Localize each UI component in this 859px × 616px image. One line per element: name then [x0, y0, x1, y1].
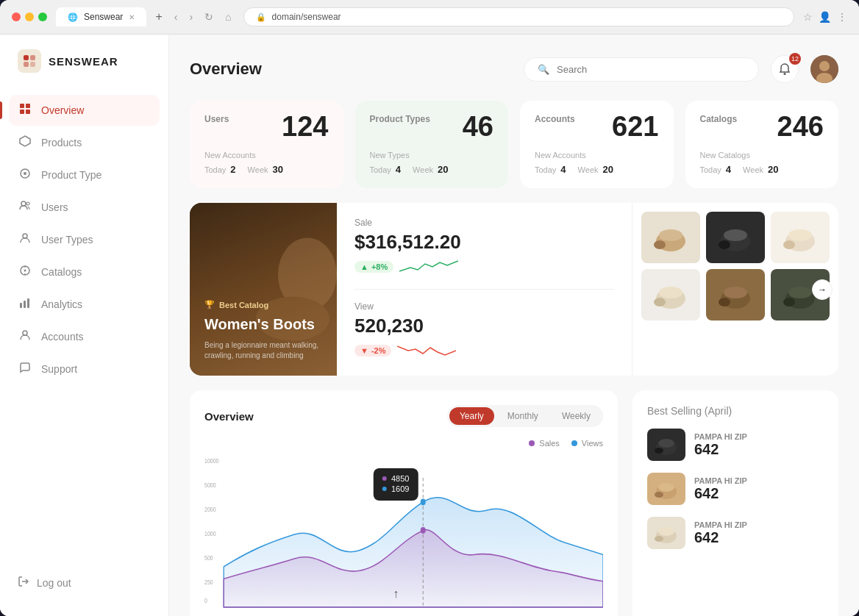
user-types-icon — [18, 232, 32, 247]
svg-text:2000: 2000 — [204, 506, 216, 513]
products-next-btn[interactable]: → — [812, 279, 833, 300]
url-text: domain/senswear — [272, 12, 341, 22]
product-name-3: PAMPA HI ZIP — [694, 520, 824, 529]
logo-icon — [18, 49, 41, 73]
svg-point-10 — [24, 172, 26, 175]
logout-btn[interactable]: Log out — [0, 564, 168, 601]
address-bar[interactable]: 🔒 domain/senswear — [243, 7, 794, 26]
legend-dot-sales — [529, 440, 535, 446]
sidebar: SENSWEAR Overview Products — [0, 35, 169, 616]
stat-card-accounts: Accounts 621 New Accounts Today 4 Week 2… — [520, 101, 674, 188]
catalog-desc: Being a legionnaire meant walking, crawl… — [204, 340, 322, 361]
back-btn[interactable]: ‹ — [171, 8, 181, 26]
user-avatar[interactable] — [810, 55, 838, 83]
sidebar-item-support[interactable]: Support — [9, 354, 160, 384]
tab-close-btn[interactable]: ✕ — [129, 13, 135, 21]
stat-today-users: Today 2 — [204, 164, 236, 175]
home-btn[interactable]: ⌂ — [222, 8, 234, 26]
svg-point-23 — [784, 73, 786, 75]
product-thumb-2[interactable] — [647, 473, 685, 505]
product-thumb-1[interactable] — [647, 429, 685, 461]
best-selling-title: Best Selling (April) — [647, 405, 824, 417]
stat-sub-catalogs: New Catalogs Today 4 Week 20 — [700, 151, 824, 175]
view-trend: ▼ -2% — [354, 340, 614, 361]
svg-point-46 — [788, 287, 812, 298]
svg-text:250: 250 — [204, 579, 213, 586]
chart-cursor: ↑ — [393, 587, 399, 601]
sale-trend-badge: ▲ +8% — [354, 261, 393, 273]
browser-nav: ‹ › ↻ ⌂ — [171, 8, 235, 26]
svg-point-16 — [24, 266, 26, 268]
lock-icon: 🔒 — [256, 12, 266, 22]
browser-chrome: 🌐 Senswear ✕ + ‹ › ↻ ⌂ 🔒 domain/senswear… — [0, 0, 859, 35]
product-img-5[interactable] — [706, 269, 765, 320]
svg-point-39 — [654, 298, 666, 307]
menu-icon[interactable]: ⋮ — [837, 11, 847, 23]
search-input[interactable] — [557, 64, 745, 75]
product-name-2: PAMPA HI ZIP — [694, 476, 824, 485]
browser-tab[interactable]: 🌐 Senswear ✕ — [56, 7, 146, 26]
svg-point-21 — [23, 331, 27, 335]
sidebar-item-users[interactable]: Users — [9, 192, 160, 223]
stat-value-catalogs: 246 — [777, 111, 824, 143]
product-img-2[interactable] — [706, 212, 765, 263]
dot-yellow[interactable] — [25, 12, 34, 21]
dot-red[interactable] — [12, 12, 21, 21]
svg-point-36 — [783, 240, 795, 249]
legend-views: Views — [571, 439, 603, 448]
sale-trend: ▲ +8% — [354, 257, 614, 277]
svg-text:10000: 10000 — [204, 457, 219, 465]
sidebar-item-overview[interactable]: Overview — [9, 95, 160, 126]
product-count-1: 642 — [694, 441, 824, 458]
sidebar-item-products[interactable]: Products — [9, 127, 160, 158]
chart-tab-yearly[interactable]: Yearly — [449, 407, 494, 425]
svg-point-13 — [23, 234, 27, 238]
sidebar-item-product-type[interactable]: Product Type — [9, 160, 160, 190]
star-icon[interactable]: ☆ — [803, 11, 813, 23]
analytics-icon — [18, 297, 32, 312]
search-icon: 🔍 — [538, 64, 549, 75]
svg-point-43 — [724, 287, 747, 298]
svg-point-42 — [719, 298, 730, 307]
svg-point-17 — [24, 273, 26, 275]
chart-header: Overview Yearly Monthly Weekly — [204, 405, 603, 427]
refresh-btn[interactable]: ↻ — [202, 8, 216, 26]
stats-grid: Users 124 New Accounts Today 2 Week 30 — [190, 101, 838, 188]
svg-rect-6 — [20, 110, 24, 114]
product-img-1[interactable] — [641, 212, 700, 263]
browser-actions: ☆ 👤 ⋮ — [803, 11, 847, 23]
svg-rect-1 — [30, 55, 35, 60]
product-thumb-3[interactable] — [647, 517, 685, 549]
sidebar-label-product-type: Product Type — [41, 169, 101, 181]
sidebar-item-user-types[interactable]: User Types — [9, 224, 160, 255]
svg-point-55 — [421, 527, 426, 534]
sidebar-item-catalogs[interactable]: Catalogs — [9, 257, 160, 287]
product-info-2: PAMPA HI ZIP 642 — [694, 476, 824, 502]
notification-btn[interactable]: 12 — [771, 55, 799, 83]
profile-icon[interactable]: 👤 — [819, 11, 831, 23]
forward-btn[interactable]: › — [186, 8, 196, 26]
chart-card: Overview Yearly Monthly Weekly Sales — [190, 390, 618, 616]
view-block: View 520,230 ▼ -2% — [354, 301, 614, 361]
search-bar[interactable]: 🔍 — [524, 57, 759, 82]
support-icon — [18, 362, 32, 376]
svg-rect-0 — [24, 55, 29, 60]
notification-badge: 12 — [789, 53, 801, 65]
sidebar-label-overview: Overview — [41, 104, 84, 116]
chart-tab-weekly[interactable]: Weekly — [552, 407, 601, 425]
product-img-3[interactable] — [771, 212, 830, 263]
new-tab-btn[interactable]: + — [155, 10, 162, 24]
product-img-4[interactable] — [641, 269, 700, 320]
sidebar-label-catalogs: Catalogs — [41, 266, 82, 278]
svg-rect-7 — [26, 110, 30, 114]
dot-green[interactable] — [38, 12, 47, 21]
svg-point-56 — [421, 499, 426, 506]
sidebar-label-users: Users — [41, 201, 68, 213]
svg-point-31 — [659, 229, 682, 241]
chart-tab-monthly[interactable]: Monthly — [497, 407, 549, 425]
svg-point-25 — [819, 61, 830, 71]
sidebar-item-analytics[interactable]: Analytics — [9, 289, 160, 320]
sidebar-item-accounts[interactable]: Accounts — [9, 321, 160, 352]
best-selling: Best Selling (April) PAMPA HI ZIP 642 — [632, 390, 838, 616]
page-title: Overview — [190, 60, 262, 79]
